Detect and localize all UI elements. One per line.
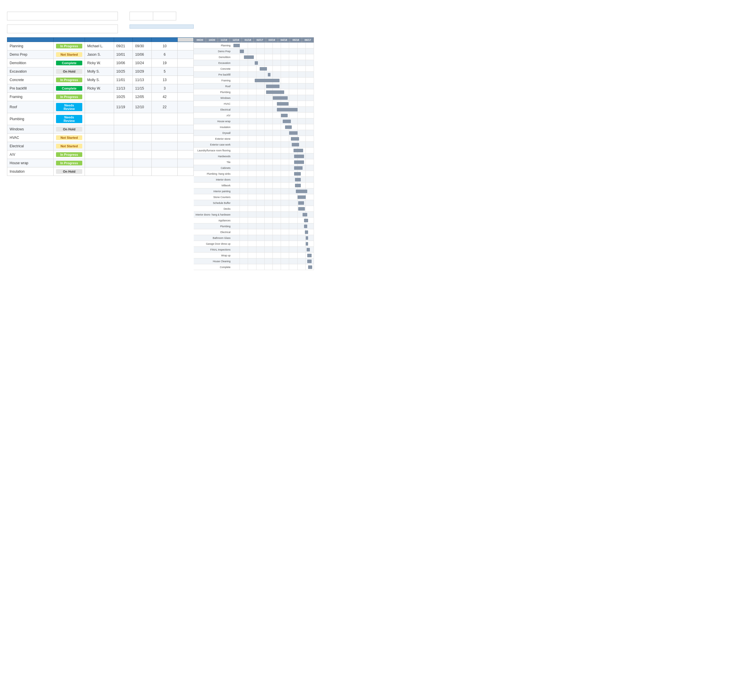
status-cell: Needs Review [54, 113, 85, 125]
status-cell: In Progress [54, 93, 85, 101]
gantt-row-label: Planning [194, 44, 232, 47]
gantt-bar [294, 172, 301, 175]
duration-cell [152, 113, 178, 125]
gantt-row: Electrical [194, 229, 314, 235]
gantt-cell [240, 259, 248, 264]
gantt-row: Electrical [194, 107, 314, 113]
gantt-cell [232, 159, 240, 165]
gantt-row: Drywall [194, 130, 314, 136]
gantt-row-label: Cabinets [194, 166, 232, 169]
project-title-value [7, 12, 118, 21]
table-row: Plumbing Needs Review [7, 113, 194, 125]
end-date-cell: 09/30 [133, 42, 152, 51]
comment-cell [178, 113, 194, 125]
gantt-cell [281, 54, 289, 60]
task-name: Roof [7, 101, 54, 113]
gantt-cell [273, 223, 281, 229]
gantt-cell [273, 247, 281, 252]
status-badge: On Hold [56, 169, 82, 174]
gantt-cell [240, 241, 248, 247]
gantt-cell [256, 235, 265, 241]
gantt-cell [232, 89, 240, 95]
end-date-cell: 10/29 [133, 67, 152, 76]
gantt-cell [240, 183, 248, 188]
gantt-bar [240, 50, 244, 53]
task-name: Windows [7, 125, 54, 134]
gantt-cell [256, 223, 265, 229]
gantt-cell [281, 247, 289, 252]
table-row: Windows On Hold [7, 125, 194, 134]
gantt-cell [232, 264, 240, 270]
gantt-row: FINAL Inspections [194, 247, 314, 253]
task-name: HVAC [7, 134, 54, 142]
gantt-cell [256, 247, 265, 252]
assigned-cell: Ricky W. [85, 59, 114, 67]
gantt-cell [289, 194, 297, 200]
table-row: Roof Needs Review 11/19 12/10 22 [7, 101, 194, 113]
gantt-row-label: Schedule Buffer [194, 202, 232, 204]
gantt-cell [298, 48, 306, 54]
gantt-cell [232, 259, 240, 264]
status-cell: Complete [54, 59, 85, 67]
gantt-cell [232, 113, 240, 118]
gantt-cell [248, 177, 256, 182]
table-row: Insulation On Hold [7, 167, 194, 176]
gantt-cell [281, 130, 289, 136]
gantt-cell [281, 223, 289, 229]
gantt-cell [298, 101, 306, 107]
gantt-cell [248, 253, 256, 258]
end-value [153, 12, 176, 21]
gantt-cell [289, 264, 297, 270]
gantt-bar [277, 108, 298, 111]
gantt-cell [281, 189, 289, 194]
task-name: Framing [7, 93, 54, 101]
gantt-cell [265, 119, 273, 124]
gantt-cell [240, 171, 248, 177]
gantt-bar [255, 79, 280, 82]
gantt-cell [240, 212, 248, 217]
start-date-cell: 10/01 [114, 51, 133, 59]
gantt-row-label: House Cleaning [194, 260, 232, 263]
gantt-cell [256, 89, 265, 95]
task-table-section: Planning In Progress Michael L. 09/21 09… [7, 37, 194, 270]
gantt-cell [298, 89, 306, 95]
gantt-cell [281, 259, 289, 264]
status-badge: Complete [56, 61, 82, 65]
gantt-row: Demolition [194, 54, 314, 60]
gantt-bar [298, 201, 304, 205]
gantt-cell [265, 259, 273, 264]
gantt-cell [232, 124, 240, 130]
gantt-cell [240, 153, 248, 159]
gantt-cell [306, 159, 314, 165]
gantt-cell [256, 189, 265, 194]
gantt-cell [289, 223, 297, 229]
gantt-cell [265, 206, 273, 211]
duration-cell: 10 [152, 42, 178, 51]
status-badge: Complete [56, 86, 82, 91]
status-badge: On Hold [56, 69, 82, 74]
comment-cell [178, 167, 194, 176]
gantt-row: Decks [194, 206, 314, 212]
gantt-cell [265, 264, 273, 270]
gantt-cell [265, 177, 273, 182]
duration-cell: 19 [152, 59, 178, 67]
gantt-cell [265, 130, 273, 136]
gantt-cell [248, 159, 256, 165]
gantt-cell [298, 229, 306, 235]
gantt-cell [289, 95, 297, 101]
gantt-cell [281, 136, 289, 141]
gantt-cell [232, 223, 240, 229]
gantt-cell [273, 43, 281, 48]
gantt-row-label: Electrical [194, 231, 232, 233]
gantt-cell [289, 101, 297, 107]
gantt-row: Exterior case work [194, 142, 314, 147]
gantt-cell [240, 229, 248, 235]
gantt-header-cell: 05/18 [290, 37, 302, 43]
task-name: Planning [7, 42, 54, 51]
gantt-cell [265, 200, 273, 206]
gantt-cell [273, 189, 281, 194]
gantt-cell [306, 95, 314, 101]
status-badge: In Progress [56, 152, 82, 157]
gantt-bar [307, 254, 311, 257]
table-row: Excavation On Hold Molly S. 10/25 10/29 … [7, 67, 194, 76]
